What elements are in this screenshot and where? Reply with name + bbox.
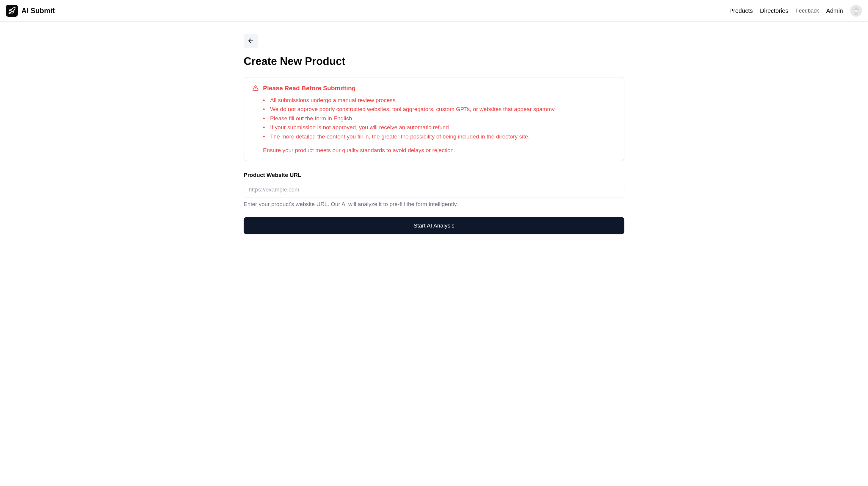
warning-title: Please Read Before Submitting [263, 85, 356, 92]
warning-item: The more detailed the content you fill i… [263, 132, 616, 141]
page-title: Create New Product [244, 55, 624, 67]
warning-item: If your submission is not approved, you … [263, 123, 616, 132]
logo-section[interactable]: AI Submit [6, 5, 55, 17]
arrow-left-icon [247, 37, 254, 45]
nav-directories[interactable]: Directories [760, 7, 788, 14]
nav-admin[interactable]: Admin [826, 7, 843, 14]
warning-item: All submissions undergo a manual review … [263, 96, 616, 105]
nav-feedback[interactable]: Feedback [796, 8, 819, 14]
back-button[interactable] [244, 34, 258, 48]
warning-header: Please Read Before Submitting [252, 85, 616, 92]
url-input[interactable] [244, 182, 624, 197]
rocket-icon [6, 5, 18, 17]
nav-products[interactable]: Products [730, 7, 753, 14]
warning-box: Please Read Before Submitting All submis… [244, 77, 624, 161]
nav-section: Products Directories Feedback Admin [730, 5, 862, 17]
warning-item: Please fill out the form in English. [263, 114, 616, 123]
warning-item: We do not approve poorly constructed web… [263, 105, 616, 114]
form-section: Product Website URL Enter your product's… [244, 172, 624, 207]
start-analysis-button[interactable]: Start AI Analysis [244, 217, 624, 234]
url-hint: Enter your product's website URL. Our AI… [244, 201, 624, 207]
header: AI Submit Products Directories Feedback … [0, 0, 868, 22]
warning-footer: Ensure your product meets our quality st… [252, 147, 616, 154]
alert-triangle-icon [252, 85, 259, 91]
url-label: Product Website URL [244, 172, 624, 178]
main-content: Create New Product Please Read Before Su… [229, 22, 639, 246]
warning-list: All submissions undergo a manual review … [252, 96, 616, 141]
avatar[interactable] [850, 5, 862, 17]
logo-text: AI Submit [22, 6, 55, 15]
